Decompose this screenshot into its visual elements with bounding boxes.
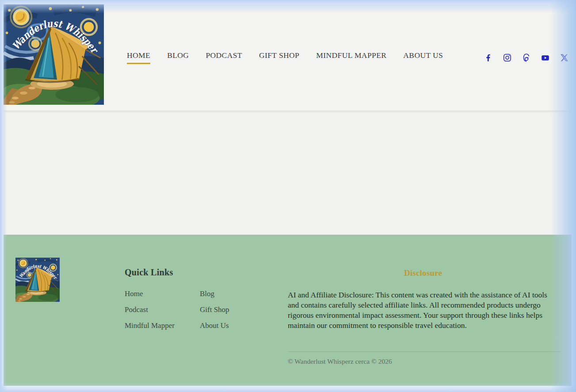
nav-item-home[interactable]: HOME [127, 51, 150, 64]
quick-links-grid: Home Blog Podcast Gift Shop Mindful Mapp… [125, 289, 229, 330]
page-frame: HOME BLOG PODCAST GIFT SHOP MINDFUL MAPP… [4, 4, 572, 386]
nav-item-gift-shop[interactable]: GIFT SHOP [259, 51, 299, 64]
footer-link-podcast[interactable]: Podcast [125, 305, 200, 314]
nav-item-podcast[interactable]: PODCAST [206, 51, 242, 64]
footer-link-blog[interactable]: Blog [200, 289, 229, 298]
footer-link-about-us[interactable]: About Us [200, 321, 229, 330]
x-icon[interactable] [560, 53, 569, 62]
footer-logo[interactable] [15, 258, 60, 302]
footer-link-gift-shop[interactable]: Gift Shop [200, 305, 229, 314]
social-links [484, 53, 569, 62]
main-nav: HOME BLOG PODCAST GIFT SHOP MINDFUL MAPP… [127, 51, 443, 64]
nav-item-about-us[interactable]: ABOUT US [403, 51, 443, 64]
disclosure-text: AI and Affiliate Disclosure: This conten… [288, 290, 558, 331]
quick-links-title: Quick Links [125, 267, 229, 278]
site-footer: Quick Links Home Blog Podcast Gift Shop … [4, 235, 572, 386]
quick-links-section: Quick Links Home Blog Podcast Gift Shop … [125, 267, 229, 330]
disclosure-section: Disclosure AI and Affiliate Disclosure: … [288, 268, 558, 331]
nav-item-blog[interactable]: BLOG [167, 51, 189, 64]
copyright-text: © Wanderlust Whisperz cerca © 2026 [288, 358, 392, 365]
instagram-icon[interactable] [503, 53, 512, 62]
youtube-icon[interactable] [541, 53, 550, 62]
copyright-divider: © Wanderlust Whisperz cerca © 2026 [288, 351, 561, 365]
footer-link-mindful-mapper[interactable]: Mindful Mapper [125, 321, 200, 330]
site-header: HOME BLOG PODCAST GIFT SHOP MINDFUL MAPP… [4, 4, 572, 110]
facebook-icon[interactable] [484, 53, 493, 62]
footer-link-home[interactable]: Home [125, 289, 200, 298]
main-content [4, 110, 572, 235]
disclosure-title: Disclosure [288, 268, 558, 278]
threads-icon[interactable] [522, 53, 531, 62]
site-logo[interactable] [4, 4, 104, 105]
nav-item-mindful-mapper[interactable]: MINDFUL MAPPER [316, 51, 386, 64]
